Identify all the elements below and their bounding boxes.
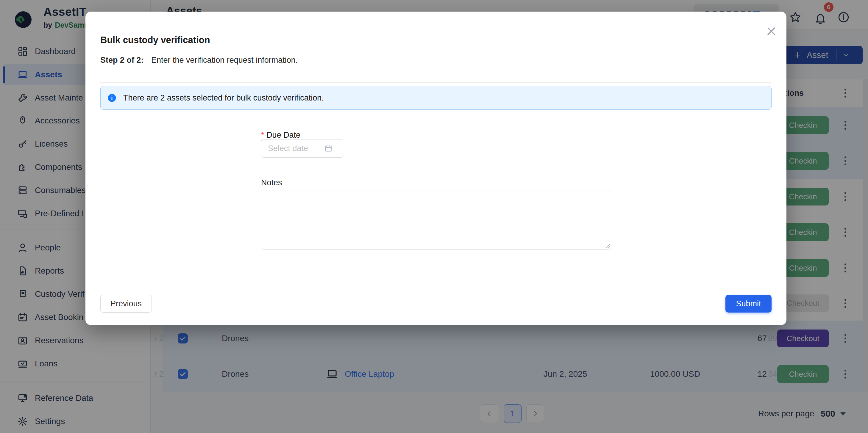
info-alert: There are 2 assets selected for bulk cus… — [100, 86, 772, 110]
step-label: Step 2 of 2: — [100, 56, 144, 65]
due-date-picker[interactable] — [261, 139, 343, 158]
bulk-custody-verification-modal: Bulk custody verification Step 2 of 2: E… — [86, 11, 786, 325]
required-asterisk: * — [261, 131, 264, 139]
alert-text: There are 2 assets selected for bulk cus… — [123, 93, 324, 103]
step-description: Enter the verification request informati… — [151, 56, 298, 65]
notes-textarea[interactable] — [261, 191, 611, 249]
app-screen: AssetIT byDevSamu Dashboard Assets Asset… — [0, 0, 868, 433]
modal-step-text: Step 2 of 2: Enter the verification requ… — [100, 56, 298, 65]
info-filled-icon — [107, 93, 117, 103]
due-date-input[interactable] — [267, 144, 322, 154]
submit-button[interactable]: Submit — [725, 295, 772, 312]
due-date-label: *Due Date — [261, 131, 300, 140]
calendar-icon — [324, 144, 333, 153]
modal-title: Bulk custody verification — [100, 35, 210, 45]
previous-button[interactable]: Previous — [100, 295, 152, 312]
modal-divider — [100, 82, 772, 83]
close-icon[interactable] — [765, 25, 778, 38]
notes-label: Notes — [261, 178, 282, 187]
